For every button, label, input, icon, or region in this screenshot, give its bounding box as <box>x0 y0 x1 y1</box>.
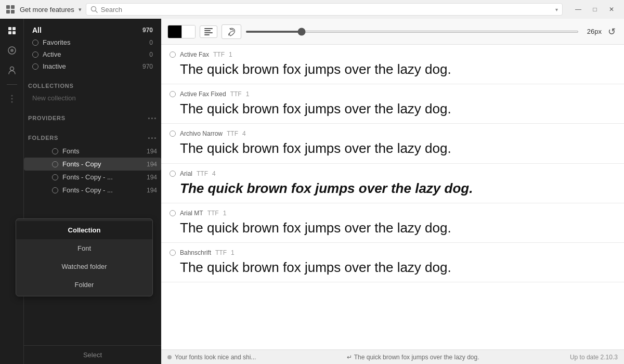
fonts-icon[interactable] <box>6 25 18 36</box>
folder-item[interactable]: Fonts - Copy 194 ⋯ <box>24 158 161 171</box>
folder-name: Fonts <box>62 147 142 155</box>
status-version: Up to date 2.10.3 <box>570 354 618 361</box>
status-right: Up to date 2.10.3 <box>570 354 618 361</box>
folder-item[interactable]: Fonts 194 ⋯ <box>24 145 161 158</box>
script-button[interactable] <box>222 24 241 39</box>
folder-item[interactable]: Fonts - Copy - ... 194 ⋯ <box>24 184 161 197</box>
folder-name: Fonts - Copy - ... <box>62 186 142 194</box>
font-format-label: TTF <box>227 130 238 137</box>
align-left-button[interactable] <box>200 25 217 38</box>
folders-section-label: FOLDERS ⋯ <box>24 128 161 145</box>
window-controls: — □ ✕ <box>571 4 619 15</box>
font-preview: The quick brown fox jumps over the lazy … <box>170 140 616 157</box>
status-dot <box>167 355 172 359</box>
main-layout: All 970 Favorites 0 Active 0 <box>0 19 624 364</box>
context-menu-folder[interactable]: Folder <box>24 276 152 294</box>
collections-icon[interactable] <box>6 45 18 56</box>
status-left: Your fonts look nice and shi... <box>167 354 256 361</box>
title-bar: Get more features ▾ ▾ — □ ✕ <box>0 0 624 19</box>
close-button[interactable]: ✕ <box>604 4 619 15</box>
select-button[interactable]: Select <box>83 351 102 359</box>
nav-inactive[interactable]: Inactive 970 <box>28 60 157 72</box>
nav-active-count: 0 <box>149 51 153 58</box>
font-preview: The quick brown fox jumps over the lazy … <box>170 259 616 276</box>
status-center: ↵ The quick brown fox jumps over the laz… <box>347 354 479 361</box>
svg-rect-2 <box>6 10 10 14</box>
font-size-slider-area: 26px ↺ <box>245 25 618 38</box>
nav-active[interactable]: Active 0 <box>28 48 157 60</box>
context-menu-watched-folder[interactable]: Watched folder <box>24 257 152 276</box>
folder-radio <box>52 161 58 167</box>
font-entry[interactable]: Archivo Narrow TTF 4 The quick brown fox… <box>161 124 624 163</box>
folder-radio <box>52 174 58 180</box>
active-radio <box>32 51 38 58</box>
black-swatch[interactable] <box>168 25 181 38</box>
font-entry[interactable]: Arial MT TTF 1 The quick brown fox jumps… <box>161 203 624 243</box>
folder-name: Fonts - Copy - ... <box>62 173 142 181</box>
context-menu: Collection Font Watched folder Folder <box>24 218 153 296</box>
font-size-label: 26px <box>583 28 602 35</box>
svg-rect-18 <box>204 32 213 33</box>
font-entry[interactable]: Active Fax TTF 1 The quick brown fox jum… <box>161 45 624 84</box>
font-entry[interactable]: Bahnschrift TTF 1 The quick brown fox ju… <box>161 243 624 282</box>
font-preview: The quick brown fox jumps over the lazy … <box>170 101 616 117</box>
svg-rect-7 <box>12 27 16 30</box>
svg-rect-9 <box>12 31 16 34</box>
nav-all[interactable]: All 970 <box>28 24 157 36</box>
svg-point-15 <box>11 101 12 103</box>
font-meta: Arial TTF 4 <box>170 170 616 177</box>
font-name-label: Arial MT <box>180 210 203 217</box>
inactive-radio <box>32 63 38 70</box>
providers-menu-button[interactable]: ⋯ <box>147 113 157 123</box>
font-size-slider[interactable] <box>245 31 579 33</box>
providers-icon[interactable] <box>6 64 18 76</box>
context-menu-font[interactable]: Font <box>24 239 152 257</box>
font-variant-count: 1 <box>223 210 227 217</box>
new-collection-button[interactable]: New collection <box>28 91 157 105</box>
font-preview: The quick brown fox jumps over the lazy … <box>170 220 616 236</box>
font-format-label: TTF <box>213 51 225 58</box>
nav-favorites-count: 0 <box>149 39 153 46</box>
font-entry[interactable]: Arial TTF 4 The quick brown fox jumps ov… <box>161 164 624 203</box>
font-meta: Bahnschrift TTF 1 <box>170 249 616 256</box>
svg-point-14 <box>11 98 12 100</box>
font-name-label: Active Fax <box>180 51 209 58</box>
reset-button[interactable]: ↺ <box>606 25 618 38</box>
font-variant-count: 1 <box>231 249 235 256</box>
svg-point-12 <box>10 67 14 71</box>
sidebar-content: All 970 Favorites 0 Active 0 <box>0 19 161 364</box>
folder-count: 194 <box>147 187 157 194</box>
font-variant-count: 1 <box>246 90 250 98</box>
context-menu-collection[interactable]: Collection <box>24 221 152 239</box>
font-toolbar: 26px ↺ <box>161 19 624 45</box>
favorites-radio <box>32 40 38 46</box>
search-dropdown-arrow[interactable]: ▾ <box>555 7 558 12</box>
nav-favorites-label: Favorites <box>43 38 145 46</box>
search-bar[interactable]: ▾ <box>86 3 563 16</box>
status-center-icon: ↵ <box>347 354 352 361</box>
nav-favorites[interactable]: Favorites 0 <box>28 36 157 48</box>
nav-all-count: 970 <box>142 27 153 34</box>
white-swatch[interactable] <box>181 25 195 38</box>
sidebar: All 970 Favorites 0 Active 0 <box>0 19 161 364</box>
search-input[interactable] <box>101 6 552 14</box>
font-list-panel: 26px ↺ Active Fax TTF 1 The quick brown … <box>161 19 624 364</box>
svg-point-13 <box>11 95 12 97</box>
font-format-label: TTF <box>230 90 242 98</box>
maximize-button[interactable]: □ <box>588 4 602 15</box>
font-format-label: TTF <box>197 170 208 177</box>
font-name-label: Active Fax Fixed <box>180 90 226 98</box>
folder-count: 194 <box>147 148 157 155</box>
font-meta: Active Fax TTF 1 <box>170 51 616 58</box>
folder-menu-button[interactable]: ⋯ <box>150 161 157 168</box>
nav-inactive-count: 970 <box>142 63 153 70</box>
font-meta: Arial MT TTF 1 <box>170 210 616 217</box>
minimize-button[interactable]: — <box>571 4 586 15</box>
font-radio <box>170 51 176 58</box>
folders-menu-button[interactable]: ⋯ <box>147 133 157 142</box>
font-entry[interactable]: Active Fax Fixed TTF 1 The quick brown f… <box>161 84 624 124</box>
more-options-icon[interactable] <box>6 93 18 105</box>
svg-rect-3 <box>11 10 15 14</box>
get-more-label[interactable]: Get more features <box>20 6 74 14</box>
folder-item[interactable]: Fonts - Copy - ... 194 ⋯ <box>24 171 161 184</box>
